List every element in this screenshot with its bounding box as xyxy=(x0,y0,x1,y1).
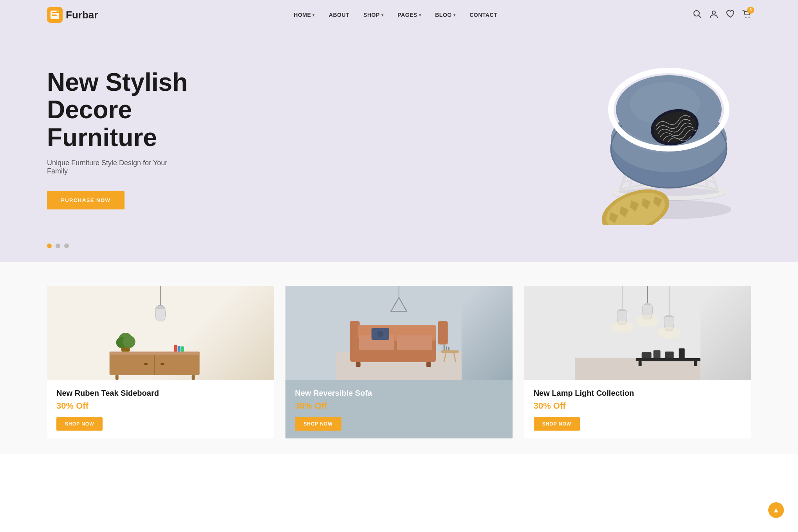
product-image-lamp xyxy=(524,286,751,380)
svg-point-8 xyxy=(746,16,747,18)
hero-content: New Stylish Decore Furniture Unique Furn… xyxy=(0,22,235,241)
nav-about[interactable]: ABOUT xyxy=(329,12,349,18)
svg-rect-43 xyxy=(161,363,164,365)
product-title-lamp: New Lamp Light Collection xyxy=(534,388,742,398)
nav-shop[interactable]: SHOP ▾ xyxy=(363,12,383,18)
chevron-down-icon: ▾ xyxy=(312,13,315,17)
svg-point-7 xyxy=(712,11,715,14)
svg-rect-46 xyxy=(181,346,184,352)
slider-dot-2[interactable] xyxy=(56,243,60,248)
svg-point-83 xyxy=(610,321,634,333)
nav-blog[interactable]: BLOG ▾ xyxy=(435,12,455,18)
chevron-down-icon: ▾ xyxy=(381,13,384,17)
product-image-sofa xyxy=(285,286,512,380)
svg-rect-40 xyxy=(192,375,195,380)
search-icon[interactable] xyxy=(693,10,702,20)
header-actions: 3 xyxy=(693,10,751,20)
product-info-sideboard: New Ruben Teak Sideboard 30% Off SHOP NO… xyxy=(47,380,274,438)
product-discount-sideboard: 30% Off xyxy=(56,401,264,411)
logo[interactable]: Furbar xyxy=(47,7,98,23)
svg-rect-38 xyxy=(110,352,200,355)
svg-point-9 xyxy=(749,16,750,18)
slider-dots xyxy=(47,243,69,248)
nav-home[interactable]: HOME ▾ xyxy=(294,12,315,18)
svg-rect-79 xyxy=(641,352,651,358)
svg-rect-64 xyxy=(446,346,447,350)
svg-rect-78 xyxy=(694,361,697,366)
svg-rect-80 xyxy=(653,350,660,358)
svg-rect-45 xyxy=(178,346,181,352)
logo-text: Furbar xyxy=(66,9,98,21)
nav-contact[interactable]: CONTACT xyxy=(469,12,497,18)
wishlist-icon[interactable] xyxy=(726,10,735,20)
products-section: New Ruben Teak Sideboard 30% Off SHOP NO… xyxy=(0,262,798,454)
shop-now-sideboard[interactable]: SHOP NOW xyxy=(56,417,103,431)
main-nav: HOME ▾ ABOUT SHOP ▾ PAGES ▾ BLOG ▾ CONTA… xyxy=(294,12,497,18)
hero-subtitle: Unique Furniture Style Design for Your F… xyxy=(47,159,188,175)
svg-point-85 xyxy=(657,327,681,339)
product-discount-sofa: 30% Off xyxy=(295,401,503,411)
svg-point-36 xyxy=(123,335,135,348)
product-info-sofa: New Reversible Sofa 30% Off SHOP NOW xyxy=(285,380,512,438)
svg-rect-81 xyxy=(665,352,673,358)
slider-dot-1[interactable] xyxy=(47,243,52,248)
cart-count: 3 xyxy=(747,7,754,14)
product-title-sideboard: New Ruben Teak Sideboard xyxy=(56,388,264,398)
product-info-lamp: New Lamp Light Collection 30% Off SHOP N… xyxy=(524,380,751,438)
svg-rect-55 xyxy=(426,362,431,367)
svg-rect-76 xyxy=(636,358,700,361)
svg-rect-65 xyxy=(448,347,450,350)
svg-rect-2 xyxy=(52,14,56,14)
svg-point-4 xyxy=(56,11,59,13)
shop-now-lamp[interactable]: SHOP NOW xyxy=(534,417,580,431)
cart-icon[interactable]: 3 xyxy=(742,10,751,20)
svg-rect-52 xyxy=(438,321,448,344)
svg-point-59 xyxy=(377,331,384,337)
svg-rect-44 xyxy=(174,345,177,352)
hero-title: New Stylish Decore Furniture xyxy=(47,69,188,151)
product-title-sofa: New Reversible Sofa xyxy=(295,388,503,398)
nav-pages[interactable]: PAGES ▾ xyxy=(397,12,421,18)
svg-rect-60 xyxy=(441,350,459,353)
svg-point-84 xyxy=(636,315,659,327)
svg-rect-54 xyxy=(356,362,361,367)
hero-section: New Stylish Decore Furniture Unique Furn… xyxy=(0,0,798,262)
svg-line-6 xyxy=(699,15,701,18)
svg-rect-77 xyxy=(638,361,641,366)
product-card-sideboard: New Ruben Teak Sideboard 30% Off SHOP NO… xyxy=(47,286,274,438)
svg-rect-39 xyxy=(116,375,119,380)
logo-icon xyxy=(47,7,63,23)
shop-now-sofa[interactable]: SHOP NOW xyxy=(295,417,341,431)
hero-image xyxy=(555,33,775,229)
svg-rect-63 xyxy=(444,345,445,350)
chevron-down-icon: ▾ xyxy=(453,13,456,17)
svg-rect-42 xyxy=(144,363,148,365)
svg-rect-3 xyxy=(52,15,57,16)
product-card-sofa: New Reversible Sofa 30% Off SHOP NOW xyxy=(285,286,512,438)
account-icon[interactable] xyxy=(710,10,718,20)
slider-dot-3[interactable] xyxy=(64,243,69,248)
products-grid: New Ruben Teak Sideboard 30% Off SHOP NO… xyxy=(47,286,751,438)
product-discount-lamp: 30% Off xyxy=(534,401,742,411)
product-card-lamp: New Lamp Light Collection 30% Off SHOP N… xyxy=(524,286,751,438)
svg-rect-57 xyxy=(397,335,432,350)
chevron-down-icon: ▾ xyxy=(419,13,421,17)
svg-rect-69 xyxy=(575,358,700,380)
header: Furbar HOME ▾ ABOUT SHOP ▾ PAGES ▾ BLOG … xyxy=(0,0,798,30)
product-image-sideboard xyxy=(47,286,274,380)
svg-rect-82 xyxy=(679,348,684,358)
purchase-now-button[interactable]: PURCHASE NOW xyxy=(47,191,125,209)
